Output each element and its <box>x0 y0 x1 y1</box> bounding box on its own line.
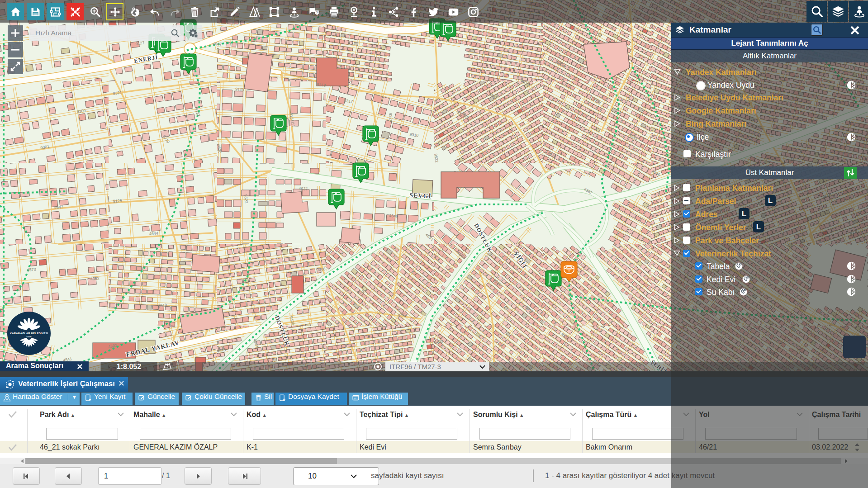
svg-text:?: ? <box>316 10 318 14</box>
svg-text:4640: 4640 <box>389 213 398 218</box>
svg-text:4647: 4647 <box>54 205 63 210</box>
svg-text:4637: 4637 <box>299 186 308 191</box>
svg-text:9318: 9318 <box>317 82 326 88</box>
svg-text:9522: 9522 <box>243 194 249 204</box>
svg-text:9125: 9125 <box>235 87 244 92</box>
svg-text:4644: 4644 <box>149 231 158 236</box>
svg-text:4570: 4570 <box>27 267 36 272</box>
svg-text:KARABAĞLAR BELEDİYESİ: KARABAĞLAR BELEDİYESİ <box>10 332 48 335</box>
svg-text:9125: 9125 <box>113 199 122 204</box>
svg-text:9324: 9324 <box>388 113 394 122</box>
svg-text:İZMİR: İZMİR <box>26 336 31 338</box>
svg-text:4647: 4647 <box>213 42 222 47</box>
svg-text:4362: 4362 <box>90 276 100 281</box>
svg-text:SEVGİ: SEVGİ <box>409 191 432 200</box>
